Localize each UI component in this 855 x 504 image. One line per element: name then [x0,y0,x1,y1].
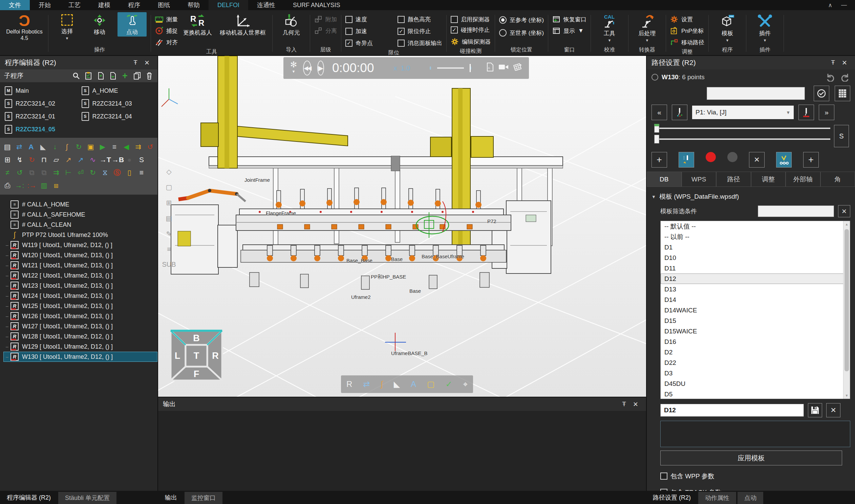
swap-icon[interactable]: ⇄ [14,143,24,151]
point-table-button[interactable] [835,86,850,101]
viewport-tool-icon[interactable]: ◇ [166,167,171,176]
base-b-icon[interactable]: →B [112,156,123,164]
film-icon[interactable] [513,63,522,73]
template-item[interactable]: D15 [661,316,850,326]
edit-detector-button[interactable]: 编辑探测器 [451,37,491,47]
redo-icon[interactable] [840,73,850,82]
view-cube[interactable]: B L T R F [169,329,224,382]
menu-item[interactable]: 帮助 [179,0,209,10]
spiral-icon[interactable]: ↻ [26,156,37,164]
folder-icon[interactable]: ▱ [51,156,61,164]
move-button[interactable]: 移动 [85,12,114,37]
viewport-mode-icon[interactable]: ◣ [394,379,400,389]
menu-item[interactable]: 开始 [30,0,59,10]
comment-icon[interactable]: ≡ [136,168,147,177]
close-icon[interactable]: ✕ [630,400,641,408]
conveyor-icon[interactable]: ⇉ [133,143,144,151]
instruction-row[interactable]: – W122 [ Utool1, Uframe2, D13, () ] [3,270,158,281]
restore-window-button[interactable]: 恢复窗口 [552,14,587,24]
path-settings-tab[interactable]: 外部轴 [786,172,820,186]
subprogram-item[interactable]: M Main [2,86,79,96]
menu-item[interactable]: DELFOI [209,0,248,10]
torch-touch-button[interactable] [799,105,814,120]
play-icon[interactable]: ▶ [97,143,108,151]
template-button[interactable]: 模板▼ [713,12,742,42]
square-path-icon[interactable]: ⊓ [39,156,50,164]
limit-checkbox[interactable]: 限位停止 [397,26,442,37]
template-item[interactable]: D14WAICE [661,305,850,316]
template-item[interactable]: D1 [661,242,850,252]
footer-tab[interactable]: 程序编辑器 (R2) [0,491,57,504]
viewport-3d[interactable]: ✻▼ ◀◀ ▶ 0:00:00 x 1.0 A ◇▢⊞▤✎≡SUB JointF… [158,56,646,397]
instruction-row[interactable]: – W128 [ Utool1, Uframe2, D12, () ] [3,331,158,342]
viewport-mode-icon[interactable]: ∫ [380,379,383,389]
viewport-tool-icon[interactable]: ✎ [166,230,172,238]
speed-minus[interactable] [430,66,431,70]
viewport-tool-icon[interactable]: ▢ [166,183,172,191]
tree-icon[interactable]: ⊢ [63,168,74,177]
lock-radio[interactable]: 至参考 (坐标) [499,14,544,26]
instruction-row[interactable]: – W119 [ Utool1, Uframe2, D12, () ] [3,240,158,250]
footer-tab[interactable]: Stäubli 单元配置 [58,492,117,504]
instruction-row[interactable]: – W124 [ Utool1, Uframe2, D13, () ] [3,291,158,301]
minimize-icon[interactable]: — [841,2,847,8]
instruction-row[interactable]: – W121 [ Utool1, Uframe2, D13, () ] [3,260,158,270]
cube-face-right[interactable]: R [212,351,219,361]
template-item[interactable]: D14 [661,294,850,305]
lin-move-icon[interactable]: ↗ [63,156,74,164]
instruction-row[interactable]: # CALL A_SAFEHOME [3,210,158,220]
template-item[interactable]: D16 [661,337,850,347]
subprogram-item[interactable]: S A_HOME [79,86,156,96]
clipboard-icon[interactable]: ▯ [124,168,135,177]
viewport-tool-icon[interactable]: SUB [162,260,176,268]
refresh-icon[interactable]: ↻ [87,168,98,177]
path-settings-tab[interactable]: 角 [820,172,855,186]
collision-checkbox[interactable]: 启用探测器 [451,14,491,25]
stop-icon[interactable]: Ⓢ [112,168,123,177]
unfold-icon[interactable]: ⧈ [51,181,61,190]
template-item[interactable]: D15WAICE [661,326,850,337]
template-item[interactable]: D10 [661,252,850,263]
select-button[interactable]: 选择▼ [53,12,82,40]
delete-template-button[interactable]: ✕ [826,403,840,417]
prev-point-button[interactable]: « [652,105,667,120]
limit-checkbox[interactable]: 颜色高亮 [397,14,442,25]
viewport-mode-icon[interactable]: R [346,379,352,389]
viewport-mode-icon[interactable]: ⌖ [463,379,468,389]
speed-slider[interactable] [437,67,464,69]
menu-item[interactable]: 程序 [119,0,149,10]
template-item[interactable]: D13 [661,284,850,294]
record-video-icon[interactable] [498,64,509,72]
transform-box-icon[interactable]: ▣ [85,143,96,151]
instruction-row[interactable]: – W130 [ Utool1, Uframe2, D12, () ] [3,352,158,362]
instruction-row[interactable]: – W123 [ Utool1, Uframe2, D13, () ] [3,281,158,291]
attach-button[interactable]: 附加 [314,14,337,24]
footer-tab[interactable]: 监控窗口 [184,492,222,504]
rewind-button[interactable]: ◀◀ [303,60,311,75]
move-path-button[interactable]: 移动路径 [670,37,704,48]
path-settings-tab[interactable]: 路径 [716,172,751,186]
slider-1[interactable] [654,128,830,129]
scroll-thumb[interactable] [844,229,849,371]
ptp-move-icon[interactable]: ↗ [75,156,86,164]
viewport-mode-icon[interactable]: ✓ [445,379,452,389]
play-button[interactable]: ▶ [317,60,324,75]
footer-tab[interactable]: 路径设置 (R2) [646,491,697,504]
pin-icon[interactable]: Ŧ [618,400,630,408]
close-icon[interactable]: ✕ [141,59,153,67]
cube-face-front[interactable]: F [194,369,199,379]
import-program-icon[interactable] [96,72,105,80]
insert-point-icon[interactable]: ↓ [50,143,60,151]
template-item[interactable]: D22 [661,357,850,368]
path-settings-tab[interactable]: WPS [682,172,716,186]
move-robot-world-frame-button[interactable]: 移动机器人世界框 [217,12,268,37]
set-icon[interactable]: ≠ [2,168,13,177]
text-label-icon[interactable]: A [26,143,36,151]
template-scrollbar[interactable]: ▲ ▼ [843,221,850,399]
viewport-tool-icon[interactable]: ▤ [166,214,172,222]
plugin-button[interactable]: 插件▼ [750,12,780,42]
instruction-row[interactable]: – W120 [ Utool1, Uframe2, D13, () ] [3,250,158,260]
printer-icon[interactable]: ⎙ [2,181,13,190]
collision-checkbox[interactable]: 碰撞时停止 [451,25,491,35]
next-point-button[interactable]: » [819,105,834,120]
